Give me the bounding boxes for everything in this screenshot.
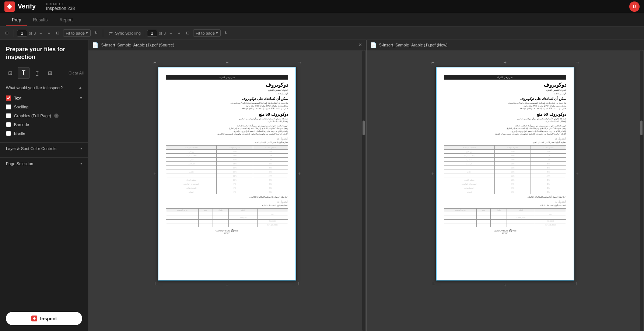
left-doc-footer: GLOBAL VISION VISION P15785: [166, 229, 288, 234]
right-top-controls: ⌐ + ¬: [431, 58, 579, 67]
layer-section-header[interactable]: Layer & Spot Color Controls ▾: [0, 143, 88, 154]
right-middle-row: + هذر برجى القراء دوكوبروف جدول تقليص ال…: [431, 67, 579, 281]
text-tool-button[interactable]: T: [18, 67, 29, 79]
layer-chevron-icon: ▾: [80, 146, 82, 150]
right-page-plus[interactable]: +: [176, 29, 182, 37]
right-scrollbar-thumb[interactable]: [640, 121, 643, 135]
barcode-label[interactable]: Barcode: [14, 122, 29, 127]
right-fit-page-button[interactable]: Fit to page ▾: [193, 29, 221, 36]
option-barcode: Barcode: [6, 120, 82, 129]
right-cross-left-icon: +: [431, 171, 434, 177]
right-version: الإصدار 3.1.0: [444, 92, 566, 95]
left-footer-logo: GLOBAL VISION VISION: [166, 229, 288, 232]
right-cross-bottom-icon: +: [504, 282, 507, 288]
right-page-minus[interactable]: −: [167, 29, 174, 37]
left-doc-header-text: هذر برجى القراء: [220, 76, 235, 79]
tab-prep[interactable]: Prep: [6, 14, 27, 26]
region-tool-button[interactable]: ⊞: [44, 67, 56, 79]
left-page-plus[interactable]: +: [46, 29, 52, 37]
project-info: PROJECT Inspection 238: [46, 2, 75, 11]
right-table1: كثافةطولحجمعرض الصفحة من 1.0000,0001 251…: [444, 208, 566, 227]
left-fit-page-button[interactable]: Fit to page ▾: [63, 29, 91, 36]
barcode-checkbox[interactable]: [6, 122, 11, 127]
right-body-text-2: بلغت 23 عام في الأعمال المتنامية في أي أ…: [444, 118, 566, 123]
right-main-title: دوكوبروف: [444, 82, 566, 88]
left-panel-header: 📄 5-Insert_Sample_Arabic (1).pdf (Source…: [88, 40, 366, 50]
crop-tool-button[interactable]: ⊡: [4, 67, 16, 79]
right-panel-content[interactable]: ⌐ + ¬ + هذر برجى القراء دوكوبروف: [367, 50, 644, 331]
right-page-input[interactable]: 2: [147, 30, 157, 36]
right-fit-toggle[interactable]: ⊡: [184, 29, 192, 37]
right-fit-label: Fit to page: [196, 31, 215, 35]
left-table1-title: الجدول 1: [166, 200, 288, 203]
text-label[interactable]: Text: [14, 96, 21, 100]
left-page-input[interactable]: 2: [17, 30, 27, 36]
left-corner-tr-icon: ¬: [298, 59, 301, 65]
left-note: • ملاحظة: الجدول أعلاه يعكس الإمكانيات ا…: [166, 196, 288, 199]
graphics-checkbox[interactable]: [6, 113, 11, 118]
right-panel: 📄 5-Insert_Sample_Arabic (1).pdf (New) ⌐…: [367, 40, 644, 331]
right-table1-intro: المطابقة بأنواع المستندات التالية:: [444, 204, 566, 207]
svg-marker-1: [33, 317, 36, 320]
left-page-total: 3: [34, 31, 36, 35]
thumbnail-view-button[interactable]: ⊞: [3, 29, 11, 37]
right-corner-br-icon: ┘: [575, 282, 579, 288]
tab-report[interactable]: Report: [53, 14, 78, 26]
page-selection-section: Page Selection ▾: [0, 157, 88, 170]
right-panel-header: 📄 5-Insert_Sample_Arabic (1).pdf (New): [367, 40, 644, 50]
clear-all-button[interactable]: Clear All: [69, 71, 84, 75]
left-table2: ضمان سلامةمقارنة الوقتالاحتاث البنيسة 14…: [166, 145, 288, 194]
option-text: Text ≡: [6, 94, 82, 102]
user-avatar[interactable]: U: [629, 1, 640, 12]
braille-checkbox[interactable]: [6, 131, 11, 136]
tab-results[interactable]: Results: [27, 14, 53, 26]
left-body-text-2: بلغت 23 عام في الأعمال المتنامية في أي أ…: [166, 118, 288, 123]
left-cross-right-icon: +: [298, 171, 301, 177]
left-middle-row: + هذر برجى القراء دوكوبروف جدول تقليص ال…: [153, 67, 301, 281]
right-refresh-button[interactable]: ↻: [222, 29, 230, 37]
spelling-label[interactable]: Spelling: [14, 105, 28, 109]
left-footer-logo-text: GLOBAL VISION: [216, 230, 230, 232]
inspect-section-header[interactable]: What would you like to inspect? ▲: [0, 82, 88, 92]
left-page-minus[interactable]: −: [37, 29, 44, 37]
left-fit-toggle[interactable]: ⊡: [54, 29, 62, 37]
svg-marker-0: [7, 4, 12, 9]
text-checkbox[interactable]: [6, 95, 11, 101]
toolbar-divider-3: [144, 29, 144, 37]
left-scrollbar-track[interactable]: [362, 50, 365, 331]
left-refresh-button[interactable]: ↻: [92, 29, 100, 37]
right-panel-title: 5-Insert_Sample_Arabic (1).pdf (New): [379, 43, 640, 47]
page-selection-header[interactable]: Page Selection ▾: [0, 158, 88, 170]
topbar: Verify PROJECT Inspection 238 U: [0, 0, 644, 13]
right-document-page: هذر برجى القراء دوكوبروف جدول تقليص النص…: [436, 67, 574, 281]
text-filter-icon[interactable]: ≡: [80, 96, 82, 100]
left-page-nav: 2 of 3 − + ⊡ Fit to page ▾ ↻: [17, 29, 100, 37]
left-scrollbar-thumb[interactable]: [363, 121, 365, 135]
left-table1: كثافةطولحجمعرض الصفحة من 1.0000,0001 251…: [166, 208, 288, 227]
right-table2-title: الجدول 2: [444, 137, 566, 140]
braille-label[interactable]: Braille: [14, 131, 25, 136]
left-version: الإصدار 3.1.0: [166, 92, 288, 95]
text-alt-tool-button[interactable]: T̲: [31, 67, 43, 79]
left-panel-content[interactable]: ⌐ + ¬ + هذر برجى القراء دوكوبروف: [88, 50, 366, 331]
sidebar: Prepare your files for inspection ⊡ T T̲…: [0, 40, 88, 331]
left-table2-title: الجدول 2: [166, 137, 288, 140]
sync-label: Sync Scrolling: [115, 31, 141, 35]
right-table2-intro: مقارنة بأنواع التقدير الكمي للإجمالي الق…: [444, 141, 566, 144]
left-panel-close-button[interactable]: ✕: [358, 42, 362, 48]
left-table2-intro: مقارنة بأنواع التقدير الكمي للإجمالي الق…: [166, 141, 288, 144]
spelling-checkbox[interactable]: [6, 104, 11, 109]
right-footer-logo-text: GLOBAL VISION: [494, 230, 508, 232]
graphics-info-icon[interactable]: i: [54, 114, 59, 118]
left-main-title: دوكوبروف: [166, 82, 288, 88]
tools-row: ⊡ T T̲ ⊞ Clear All: [0, 64, 88, 82]
graphics-label[interactable]: Graphics (Full Page): [14, 114, 51, 118]
inspect-button[interactable]: Inspect: [6, 312, 82, 325]
logo-icon: [4, 1, 15, 12]
project-label: PROJECT: [46, 2, 75, 6]
right-scrollbar-track[interactable]: [640, 50, 643, 331]
right-note: • ملاحظة: الجدول أعلاه يعكس الإمكانيات ا…: [444, 196, 566, 199]
svg-text:VISION: VISION: [234, 230, 238, 232]
right-fit-chevron: ▾: [216, 31, 218, 35]
toolbar-divider-1: [14, 29, 14, 37]
